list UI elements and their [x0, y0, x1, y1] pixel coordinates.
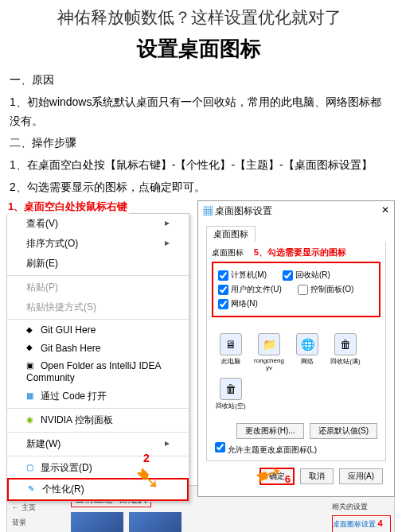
tab-desktop-icons[interactable]: 桌面图标 [206, 226, 256, 242]
menu-new[interactable]: 新建(W) [7, 434, 189, 454]
close-icon[interactable]: ✕ [381, 204, 389, 218]
annotation-1: 1、桌面空白处按鼠标右键 [6, 199, 129, 215]
menu-separator [7, 456, 189, 456]
git-icon: ◆ [26, 325, 37, 336]
chk-computer[interactable]: 计算机(M) [218, 268, 267, 282]
cancel-button[interactable]: 取消 [300, 468, 334, 484]
reason-heading: 一、原因 [0, 69, 398, 91]
icon-user[interactable]: 📁rongcheng yv [253, 333, 285, 371]
theme-preview-dark[interactable] [71, 512, 123, 532]
steps-heading: 二、操作步骤 [0, 132, 398, 154]
desktop-icon-settings-dialog: ▦ 桌面图标设置 ✕ 桌面图标 桌面图标 5、勾选需要显示的图标 计算机(M) … [197, 200, 395, 497]
menu-separator [7, 432, 189, 433]
chk-control-panel[interactable]: 控制面板(O) [298, 282, 353, 297]
chk-recycle[interactable]: 回收站(R) [283, 268, 330, 282]
menu-git-gui[interactable]: ◆Git GUI Here [7, 321, 189, 340]
screenshot-composite: 1、桌面空白处按鼠标右键 查看(V) 排序方式(O) 刷新(E) 粘贴(P) 粘… [0, 199, 398, 532]
menu-separator [7, 275, 189, 276]
icon-preview-row: 🖥此电脑 📁rongcheng yv 🌐网络 🗑回收站(满) 🗑回收站(空) [212, 320, 380, 420]
apply-button[interactable]: 应用(A) [339, 468, 383, 484]
theme-preview-current[interactable] [129, 512, 181, 532]
menu-separator [7, 408, 189, 409]
group-label: 桌面图标 5、勾选需要显示的图标 [212, 247, 380, 258]
step-2: 2、勾选需要显示的图标，点确定即可。 [0, 177, 398, 199]
display-icon: ▢ [26, 463, 37, 474]
change-icon-button[interactable]: 更改图标(H)... [236, 423, 303, 439]
section-title: 设置桌面图标 [0, 32, 398, 69]
restore-default-button[interactable]: 还原默认值(S) [310, 423, 377, 439]
icon-recycle-full[interactable]: 🗑回收站(满) [330, 333, 361, 371]
menu-refresh[interactable]: 刷新(E) [7, 254, 189, 274]
back-button[interactable]: ← 主页 [10, 500, 60, 515]
annotation-2: 2 [143, 452, 150, 464]
related-heading: 相关的设置 [332, 502, 391, 512]
menu-git-bash[interactable]: ◆Git Bash Here [7, 340, 189, 358]
menu-open-intellij[interactable]: ▣Open Folder as IntelliJ IDEA Community [7, 357, 189, 386]
desktop-context-menu: 查看(V) 排序方式(O) 刷新(E) 粘贴(P) 粘贴快捷方式(S) ◆Git… [6, 213, 189, 502]
icon-recycle-empty[interactable]: 🗑回收站(空) [215, 378, 247, 410]
icon-this-pc[interactable]: 🖥此电脑 [215, 333, 247, 371]
chk-user-files[interactable]: 用户的文件(U) [218, 282, 282, 297]
git-icon: ◆ [26, 343, 37, 354]
intellij-icon: ▣ [26, 361, 37, 372]
vscode-icon: ▦ [26, 391, 37, 402]
step-1: 1、在桌面空白处按【鼠标右键】-【个性化】-【主题】-【桌面图标设置】 [0, 154, 398, 177]
dialog-title-text: ▦ 桌面图标设置 [203, 204, 272, 218]
annotation-5: 5、勾选需要显示的图标 [254, 247, 346, 257]
dialog-titlebar: ▦ 桌面图标设置 ✕ [198, 201, 394, 221]
menu-paste: 粘贴(P) [7, 278, 189, 297]
menu-sort[interactable]: 排序方式(O) [7, 234, 189, 254]
page-title: 神佑释放帧数低？这样设置优化就对了 [0, 0, 398, 32]
checkbox-group: 计算机(M) 回收站(R) 用户的文件(U) 控制面板(O) 网络(N) [212, 262, 380, 317]
personalize-icon: ✎ [28, 484, 39, 495]
menu-open-code[interactable]: ▦通过 Code 打开 [7, 386, 189, 406]
reason-text: 1、初始windows系统默认桌面只有一个回收站，常用的此电脑、网络图标都没有。 [0, 91, 398, 133]
menu-nvidia[interactable]: ◉NVIDIA 控制面板 [7, 410, 189, 430]
menu-view[interactable]: 查看(V) [7, 214, 189, 234]
menu-paste-shortcut: 粘贴快捷方式(S) [7, 297, 189, 317]
icon-network[interactable]: 🌐网络 [291, 333, 323, 371]
nvidia-icon: ◉ [26, 415, 37, 426]
menu-separator [7, 319, 189, 320]
sidebar-item-background[interactable]: 背景 [10, 515, 60, 530]
chk-network[interactable]: 网络(N) [218, 297, 258, 311]
link-desktop-icon-settings[interactable]: 桌面图标设置 4 [332, 515, 391, 532]
